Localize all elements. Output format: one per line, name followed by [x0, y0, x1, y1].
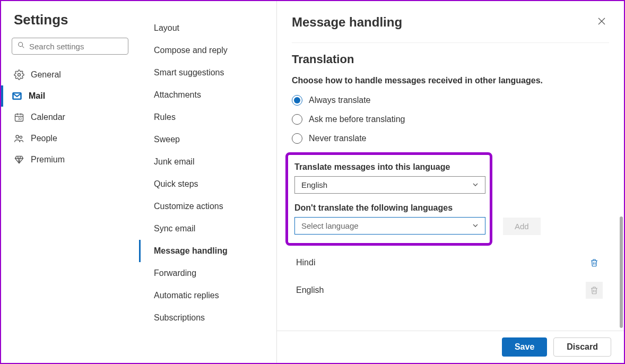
select-placeholder: Select language: [301, 221, 359, 230]
mid-nav-item[interactable]: Automatic replies: [150, 284, 276, 307]
translation-radio-option[interactable]: Always translate: [292, 95, 609, 106]
mid-nav-item[interactable]: Compose and reply: [150, 39, 276, 62]
mid-nav-item[interactable]: Rules: [150, 106, 276, 128]
language-name: English: [296, 285, 324, 295]
dont-translate-select[interactable]: Select language: [294, 217, 485, 235]
close-button[interactable]: [594, 14, 609, 31]
mail-icon: [12, 91, 22, 101]
radio-icon: [292, 114, 302, 125]
mid-nav-item[interactable]: Smart suggestions: [150, 62, 276, 84]
nav-general[interactable]: General: [12, 64, 139, 85]
nav-premium[interactable]: Premium: [12, 149, 139, 170]
delete-language-button[interactable]: [586, 254, 603, 271]
gear-icon: [14, 70, 24, 80]
highlighted-region: Translate messages into this language En…: [285, 152, 492, 246]
svg-line-1: [22, 46, 24, 48]
chevron-down-icon: [472, 221, 479, 230]
chevron-down-icon: [472, 180, 479, 189]
excluded-language-row: English: [294, 276, 605, 304]
radio-label: Ask me before translating: [309, 115, 405, 124]
dont-translate-label: Don't translate the following languages: [294, 203, 483, 213]
settings-sidebar: Settings General Mail 30 Calendar: [1, 1, 139, 363]
radio-icon: [292, 133, 302, 144]
translate-into-select[interactable]: English: [294, 176, 485, 194]
mid-nav-item[interactable]: Sync email: [150, 218, 276, 240]
mid-nav-item[interactable]: Subscriptions: [150, 307, 276, 329]
translation-radio-option[interactable]: Ask me before translating: [292, 114, 609, 125]
radio-label: Always translate: [309, 96, 371, 105]
mid-nav-item[interactable]: Customize actions: [150, 195, 276, 218]
radio-icon: [292, 95, 302, 106]
svg-point-9: [20, 136, 22, 138]
mid-nav-item[interactable]: Attachments: [150, 84, 276, 106]
mid-nav-item[interactable]: Layout: [150, 17, 276, 39]
content-panel: Message handling Translation Choose how …: [277, 1, 624, 363]
mid-nav-item[interactable]: Forwarding: [150, 262, 276, 284]
footer-actions: Save Discard: [277, 331, 624, 363]
diamond-icon: [14, 154, 24, 165]
scrollbar-thumb[interactable]: [620, 216, 623, 328]
nav-label: Premium: [31, 155, 65, 164]
svg-point-2: [18, 74, 21, 76]
nav-people[interactable]: People: [12, 128, 139, 149]
mid-nav-item[interactable]: Junk email: [150, 151, 276, 173]
nav-calendar[interactable]: 30 Calendar: [12, 107, 139, 128]
section-description: Choose how to handle messages received i…: [292, 76, 609, 85]
search-settings-input[interactable]: [29, 42, 123, 51]
nav-label: Mail: [29, 91, 45, 101]
add-language-button[interactable]: Add: [503, 218, 541, 235]
svg-text:30: 30: [18, 117, 22, 120]
translate-into-label: Translate messages into this language: [294, 162, 483, 172]
svg-point-0: [19, 42, 23, 47]
save-button[interactable]: Save: [502, 337, 547, 357]
radio-label: Never translate: [309, 134, 367, 143]
divider: [292, 42, 609, 43]
nav-mail[interactable]: Mail: [1, 85, 139, 107]
mid-nav-item[interactable]: Sweep: [150, 128, 276, 151]
nav-label: People: [31, 134, 57, 143]
search-settings-box[interactable]: [12, 38, 128, 55]
section-title: Translation: [292, 53, 609, 66]
search-icon: [18, 41, 29, 51]
discard-button[interactable]: Discard: [553, 337, 611, 357]
svg-point-8: [16, 135, 19, 138]
translation-radio-option[interactable]: Never translate: [292, 133, 609, 144]
page-title: Message handling: [292, 15, 402, 30]
nav-label: General: [31, 70, 61, 80]
select-value: English: [301, 180, 327, 189]
mid-nav-item[interactable]: Message handling: [139, 240, 276, 262]
delete-language-button: [586, 282, 603, 299]
mid-nav-item[interactable]: Quick steps: [150, 173, 276, 195]
people-icon: [14, 133, 24, 144]
calendar-icon: 30: [14, 112, 24, 123]
mail-settings-nav: LayoutCompose and replySmart suggestions…: [139, 1, 277, 363]
nav-label: Calendar: [31, 112, 65, 122]
excluded-language-row: Hindi: [294, 249, 605, 276]
settings-title: Settings: [12, 12, 139, 28]
language-name: Hindi: [296, 258, 315, 267]
